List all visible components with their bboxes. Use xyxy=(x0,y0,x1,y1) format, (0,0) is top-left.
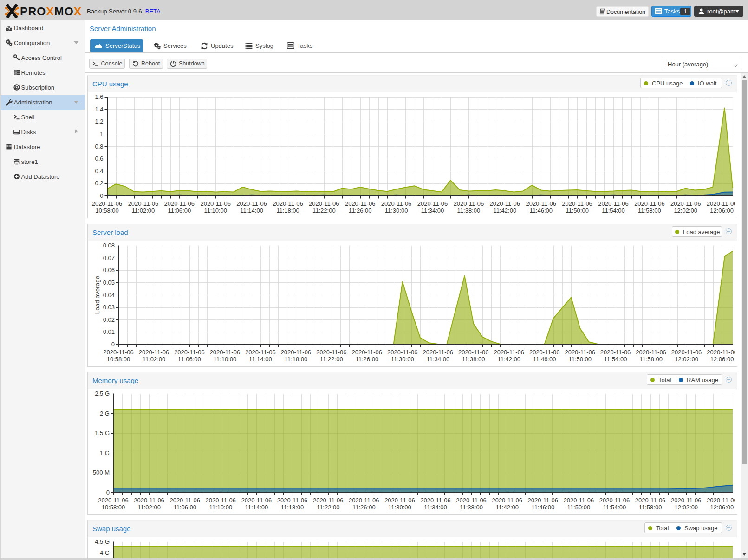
svg-text:2020-11-06: 2020-11-06 xyxy=(458,349,489,356)
svg-text:2020-11-06: 2020-11-06 xyxy=(349,497,379,504)
svg-text:2020-11-06: 2020-11-06 xyxy=(128,200,159,207)
svg-text:12:02:00: 12:02:00 xyxy=(674,207,697,214)
svg-text:2020-11-06: 2020-11-06 xyxy=(562,200,592,207)
svg-text:500 M: 500 M xyxy=(93,469,110,476)
svg-text:11:54:00: 11:54:00 xyxy=(602,207,625,214)
svg-text:12:06:00: 12:06:00 xyxy=(710,207,734,214)
svg-text:2020-11-06: 2020-11-06 xyxy=(529,349,560,356)
svg-text:11:18:00: 11:18:00 xyxy=(276,207,299,214)
svg-text:11:22:00: 11:22:00 xyxy=(320,356,343,363)
svg-text:2020-11-06: 2020-11-06 xyxy=(316,349,347,356)
svg-text:2020-11-06: 2020-11-06 xyxy=(387,349,418,356)
svg-text:2020-11-06: 2020-11-06 xyxy=(423,349,454,356)
svg-text:2020-11-06: 2020-11-06 xyxy=(352,349,383,356)
svg-text:0.03: 0.03 xyxy=(103,304,115,311)
svg-text:11:30:00: 11:30:00 xyxy=(388,504,411,511)
svg-text:2020-11-06: 2020-11-06 xyxy=(598,200,629,207)
svg-text:2020-11-06: 2020-11-06 xyxy=(707,349,735,356)
svg-text:0.2: 0.2 xyxy=(95,180,103,187)
svg-text:11:58:00: 11:58:00 xyxy=(638,207,661,214)
svg-text:1.4: 1.4 xyxy=(95,106,103,113)
svg-text:11:22:00: 11:22:00 xyxy=(312,207,336,214)
svg-text:2020-11-06: 2020-11-06 xyxy=(671,497,702,504)
svg-text:11:18:00: 11:18:00 xyxy=(281,504,304,511)
svg-text:2020-11-06: 2020-11-06 xyxy=(236,200,267,207)
svg-text:0: 0 xyxy=(100,192,103,199)
svg-text:12:02:00: 12:02:00 xyxy=(674,504,698,511)
svg-text:0.4: 0.4 xyxy=(95,168,103,175)
svg-text:11:46:00: 11:46:00 xyxy=(529,207,553,214)
svg-text:2020-11-06: 2020-11-06 xyxy=(174,349,205,356)
svg-text:2.5 G: 2.5 G xyxy=(95,390,110,397)
svg-text:Load average: Load average xyxy=(94,276,101,314)
svg-text:2020-11-06: 2020-11-06 xyxy=(345,200,376,207)
svg-text:2020-11-06: 2020-11-06 xyxy=(103,349,134,356)
svg-text:2020-11-06: 2020-11-06 xyxy=(456,497,487,504)
svg-text:11:50:00: 11:50:00 xyxy=(568,356,592,363)
svg-text:11:42:00: 11:42:00 xyxy=(493,207,516,214)
svg-text:2020-11-06: 2020-11-06 xyxy=(309,200,339,207)
svg-text:0.8: 0.8 xyxy=(95,143,103,150)
svg-text:0.02: 0.02 xyxy=(103,316,115,323)
svg-text:11:06:00: 11:06:00 xyxy=(178,356,201,363)
svg-text:2020-11-06: 2020-11-06 xyxy=(671,349,702,356)
svg-text:0.07: 0.07 xyxy=(103,254,115,261)
svg-text:12:06:00: 12:06:00 xyxy=(710,504,734,511)
svg-text:11:10:00: 11:10:00 xyxy=(204,207,227,214)
svg-text:11:26:00: 11:26:00 xyxy=(349,207,372,214)
svg-text:11:50:00: 11:50:00 xyxy=(567,504,591,511)
svg-text:0.6: 0.6 xyxy=(95,155,103,162)
svg-text:11:50:00: 11:50:00 xyxy=(566,207,589,214)
svg-text:1.6: 1.6 xyxy=(95,93,103,100)
svg-text:2020-11-06: 2020-11-06 xyxy=(134,497,164,504)
svg-text:11:14:00: 11:14:00 xyxy=(249,356,272,363)
svg-text:11:22:00: 11:22:00 xyxy=(317,504,340,511)
svg-text:2020-11-06: 2020-11-06 xyxy=(206,497,236,504)
svg-text:11:06:00: 11:06:00 xyxy=(173,504,196,511)
svg-text:10:58:00: 10:58:00 xyxy=(107,356,130,363)
svg-text:11:34:00: 11:34:00 xyxy=(426,356,449,363)
svg-text:11:42:00: 11:42:00 xyxy=(497,356,520,363)
svg-text:2020-11-06: 2020-11-06 xyxy=(494,349,524,356)
svg-text:11:06:00: 11:06:00 xyxy=(168,207,191,214)
svg-text:11:10:00: 11:10:00 xyxy=(214,356,237,363)
svg-text:2020-11-06: 2020-11-06 xyxy=(454,200,484,207)
svg-text:2020-11-06: 2020-11-06 xyxy=(98,497,129,504)
svg-text:11:46:00: 11:46:00 xyxy=(533,356,556,363)
svg-text:11:30:00: 11:30:00 xyxy=(391,356,414,363)
svg-text:11:38:00: 11:38:00 xyxy=(462,356,485,363)
svg-text:0.06: 0.06 xyxy=(103,267,115,273)
svg-text:11:26:00: 11:26:00 xyxy=(352,504,376,511)
svg-text:2020-11-06: 2020-11-06 xyxy=(528,497,559,504)
svg-text:11:02:00: 11:02:00 xyxy=(137,504,161,511)
svg-text:11:14:00: 11:14:00 xyxy=(240,207,263,214)
svg-text:2020-11-06: 2020-11-06 xyxy=(273,200,303,207)
svg-text:11:34:00: 11:34:00 xyxy=(424,504,447,511)
svg-text:11:34:00: 11:34:00 xyxy=(421,207,444,214)
svg-text:2020-11-06: 2020-11-06 xyxy=(381,200,412,207)
svg-text:11:58:00: 11:58:00 xyxy=(639,356,663,363)
svg-text:2020-11-06: 2020-11-06 xyxy=(600,349,631,356)
svg-text:12:02:00: 12:02:00 xyxy=(675,356,698,363)
svg-text:11:54:00: 11:54:00 xyxy=(603,504,626,511)
svg-text:4.5 G: 4.5 G xyxy=(95,538,110,545)
svg-text:2020-11-06: 2020-11-06 xyxy=(492,497,522,504)
svg-text:2020-11-06: 2020-11-06 xyxy=(417,200,448,207)
svg-text:11:38:00: 11:38:00 xyxy=(460,504,483,511)
svg-text:2020-11-06: 2020-11-06 xyxy=(139,349,169,356)
svg-text:2020-11-06: 2020-11-06 xyxy=(526,200,556,207)
svg-text:2020-11-06: 2020-11-06 xyxy=(241,497,272,504)
svg-text:11:26:00: 11:26:00 xyxy=(355,356,378,363)
svg-text:2020-11-06: 2020-11-06 xyxy=(565,349,595,356)
svg-text:2020-11-06: 2020-11-06 xyxy=(169,497,200,504)
svg-text:2020-11-06: 2020-11-06 xyxy=(277,497,308,504)
svg-text:PROXMOX: PROXMOX xyxy=(20,5,82,18)
svg-text:11:38:00: 11:38:00 xyxy=(457,207,481,214)
svg-text:0.04: 0.04 xyxy=(103,292,115,299)
svg-text:2020-11-06: 2020-11-06 xyxy=(564,497,594,504)
svg-text:2020-11-06: 2020-11-06 xyxy=(636,349,666,356)
svg-text:2020-11-06: 2020-11-06 xyxy=(281,349,312,356)
svg-text:2020-11-06: 2020-11-06 xyxy=(200,200,231,207)
svg-text:1 G: 1 G xyxy=(100,449,110,456)
svg-text:10:58:00: 10:58:00 xyxy=(102,504,125,511)
